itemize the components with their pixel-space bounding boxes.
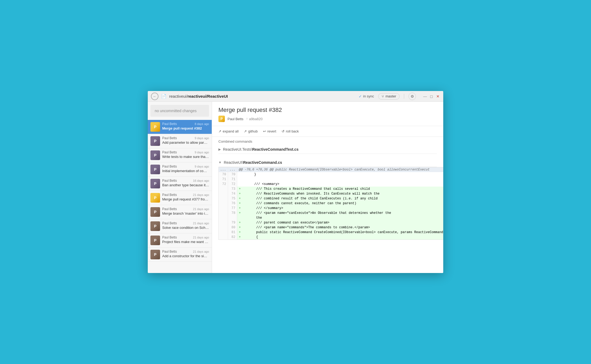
github-label: github: [248, 129, 257, 133]
commit-date-3: 9 days ago: [195, 165, 209, 168]
commit-date-1: 9 days ago: [195, 136, 209, 140]
sync-status: ✓ in sync: [359, 94, 374, 98]
commit-message-3: Initial implementation of combining...: [162, 169, 209, 173]
detail-panel: Merge pull request #382 P Paul Betts ⑂ a…: [212, 102, 443, 273]
detail-header: Merge pull request #382 P Paul Betts ⑂ a…: [212, 102, 443, 126]
diff-line-70a: 70 70 }: [219, 172, 444, 177]
main-content: no uncommitted changes PPaul Betts8 days…: [148, 102, 443, 273]
commit-author-7: Paul Betts: [162, 221, 177, 225]
back-button[interactable]: ←: [151, 93, 158, 100]
commit-info-1: Paul Betts9 days agoAdd parameter to all…: [162, 136, 209, 145]
commit-info-3: Paul Betts9 days agoInitial implementati…: [162, 165, 209, 173]
diff-header-content: @@ -70,6 +70,36 @@ public ReactiveComman…: [237, 167, 443, 172]
expand-all-label: expand all: [223, 129, 238, 133]
commit-item-3[interactable]: PPaul Betts9 days agoInitial implementat…: [148, 162, 212, 177]
github-button[interactable]: ↗ github: [244, 128, 257, 134]
window-controls: — ◻ ✕: [423, 94, 440, 98]
diff-line-78b: the: [219, 215, 444, 220]
commit-avatar-9: P: [150, 250, 160, 259]
commit-avatar-8: P: [150, 236, 160, 245]
roll-back-label: roll back: [286, 129, 299, 133]
commit-info-8: Paul Betts21 days agoProject files make …: [162, 236, 209, 244]
commit-title: Merge pull request #382: [218, 107, 437, 113]
line-num-old: ...: [219, 167, 228, 172]
titlebar-right: ✓ in sync ⑂ master ⚙ — ◻ ✕: [359, 93, 440, 100]
commit-item-8[interactable]: PPaul Betts21 days agoProject files make…: [148, 233, 212, 248]
commit-author-1: Paul Betts: [162, 136, 177, 140]
commit-message-1: Add parameter to allow parent to sp...: [162, 141, 209, 145]
repo-title: reactiveui/reactiveui/ReactiveUI: [169, 94, 228, 98]
maximize-button[interactable]: ◻: [429, 94, 434, 98]
commit-item-4[interactable]: PPaul Betts16 days agoBan another type b…: [148, 177, 212, 191]
hash-icon: ⑂: [246, 117, 248, 121]
commit-item-5[interactable]: PPaul Betts21 days agoMerge pull request…: [148, 191, 212, 205]
file-header-0[interactable]: ▶ ReactiveUI.Tests\ReactiveCommandTest.c…: [218, 145, 437, 154]
revert-button[interactable]: ↩ revert: [263, 128, 276, 134]
commit-message-8: Project files make me want to remem...: [162, 240, 209, 244]
file-section-0: ▶ ReactiveUI.Tests\ReactiveCommandTest.c…: [218, 145, 437, 154]
commit-message-5: Merge pull request #377 from reactiv...: [162, 197, 209, 201]
branch-label: master: [385, 94, 396, 98]
commit-date-7: 21 days ago: [193, 222, 209, 225]
file-name-0: ReactiveUI.Tests\ReactiveCommandTest.cs: [223, 147, 298, 151]
sidebar: no uncommitted changes PPaul Betts8 days…: [148, 102, 212, 273]
branch-button[interactable]: ⑂ master: [378, 93, 400, 100]
commit-item-1[interactable]: PPaul Betts9 days agoAdd parameter to al…: [148, 134, 212, 148]
commit-avatar-6: P: [150, 207, 160, 217]
minimize-button[interactable]: —: [423, 94, 427, 98]
expand-icon: ↗: [218, 129, 221, 133]
commit-message-9: Add a constructor for the single secti..…: [162, 254, 209, 258]
commit-date-8: 21 days ago: [193, 236, 209, 239]
commit-item-6[interactable]: PPaul Betts21 days agoMerge branch 'mast…: [148, 205, 212, 219]
diff-line-78: 78 + /// <param name="canExecute">An Obs…: [219, 211, 444, 215]
commit-item-0[interactable]: PPaul Betts8 days agoMerge pull request …: [148, 120, 212, 134]
diff-header-row: ... ... @@ -70,6 +70,36 @@ public Reacti…: [219, 167, 444, 172]
commit-info-4: Paul Betts16 days agoBan another type be…: [162, 179, 209, 187]
expand-all-button[interactable]: ↗ expand all: [218, 128, 238, 134]
hash-value: a9ba820: [249, 117, 263, 121]
branch-icon: ⑂: [382, 94, 384, 98]
commit-date-2: 9 days ago: [195, 151, 209, 154]
commit-message-2: Write tests to make sure that async c...: [162, 155, 209, 159]
commit-author-5: Paul Betts: [162, 193, 177, 197]
diff-line-80: 80 + /// <param name="commands">The comm…: [219, 225, 444, 230]
revert-icon: ↩: [263, 129, 266, 133]
uncommitted-changes[interactable]: no uncommitted changes: [150, 105, 209, 117]
commit-avatar-5: P: [150, 193, 160, 203]
commit-author-8: Paul Betts: [162, 236, 177, 239]
commit-author-4: Paul Betts: [162, 179, 177, 183]
diff-line-73: 73 + /// This creates a ReactiveCommand …: [219, 187, 444, 191]
file-section-1: ▼ ReactiveUI\ReactiveCommand.cs ... ... …: [218, 158, 437, 240]
commit-date-5: 21 days ago: [193, 193, 209, 196]
close-button[interactable]: ✕: [436, 94, 440, 98]
commit-hash: ⑂ a9ba820: [246, 117, 263, 121]
diff-table: ... ... @@ -70,6 +70,36 @@ public Reacti…: [218, 167, 443, 240]
commit-description: Combined commands: [212, 137, 443, 145]
diff-line-75: 75 + /// combined result of the child Ca…: [219, 196, 444, 201]
diff-line-77: 77 + /// </summary>: [219, 206, 444, 211]
commit-date-6: 21 days ago: [193, 207, 209, 211]
check-icon: ✓: [359, 94, 362, 98]
commit-avatar-7: P: [150, 221, 160, 231]
commit-info-0: Paul Betts8 days agoMerge pull request #…: [162, 122, 209, 130]
commit-avatar-1: P: [150, 136, 160, 146]
app-window: ← 📄 reactiveui/reactiveui/ReactiveUI ✓ i…: [148, 91, 443, 273]
commit-item-7[interactable]: PPaul Betts21 days agoSolve race conditi…: [148, 219, 212, 233]
commit-author-name: Paul Betts: [228, 117, 243, 121]
commit-date-0: 8 days ago: [195, 122, 209, 126]
repo-icon: 📄: [161, 94, 166, 99]
commit-info-6: Paul Betts21 days agoMerge branch 'maste…: [162, 207, 209, 215]
rollback-icon: ↺: [282, 129, 285, 133]
commit-item-9[interactable]: PPaul Betts21 days agoAdd a constructor …: [148, 248, 212, 262]
diff-line-79: 79 + /// parent command can execute</par…: [219, 220, 444, 225]
file-header-1[interactable]: ▼ ReactiveUI\ReactiveCommand.cs: [218, 158, 437, 167]
roll-back-button[interactable]: ↺ roll back: [282, 128, 299, 134]
commit-info-5: Paul Betts21 days agoMerge pull request …: [162, 193, 209, 201]
commit-message-4: Ban another type because it breaks t...: [162, 183, 209, 187]
commit-avatar-0: P: [150, 122, 160, 132]
diff-line-74: 74 + /// ReactiveCommands when invoked. …: [219, 191, 444, 196]
commit-author-avatar: P: [218, 116, 225, 122]
commit-author-6: Paul Betts: [162, 207, 177, 211]
settings-button[interactable]: ⚙: [408, 93, 416, 100]
commit-item-2[interactable]: PPaul Betts9 days agoWrite tests to make…: [148, 148, 212, 162]
